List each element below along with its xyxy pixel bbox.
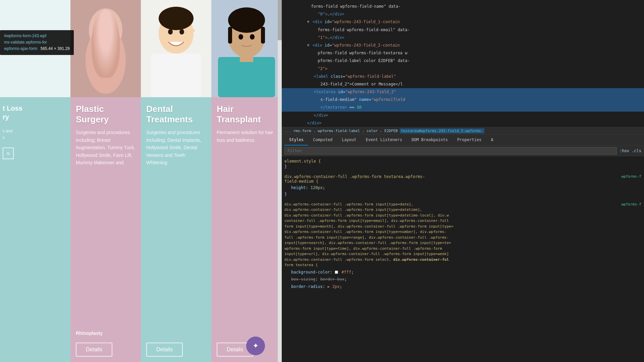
- dom-line-4b: pforms-field wpforms-field-textarea w: [282, 49, 644, 57]
- svg-point-10: [159, 7, 194, 30]
- breadcrumb-bar: ... rms-form . wpforms-field-label . col…: [282, 127, 644, 135]
- filter-bar: :hov .cls: [282, 146, 644, 156]
- plastic-surgery-desc: Surgeries and procedures including; Brea…: [76, 129, 136, 329]
- svg-point-3: [96, 24, 102, 31]
- card-plastic-surgery: PlasticSurgery Surgeries and procedures …: [70, 0, 141, 362]
- dental-desc: Surgeries and procedures including; Dent…: [146, 129, 206, 336]
- partial-details-button[interactable]: ls: [3, 147, 14, 159]
- dental-details-button[interactable]: Details: [146, 343, 183, 357]
- dom-line-6c: </textarea> == $0: [282, 104, 644, 111]
- breadcrumb-selected[interactable]: textarea#wpforms-243-field_2.wpforms-: [400, 128, 484, 133]
- dom-line-1: forms-field wpforms-field-name" data-: [282, 3, 644, 10]
- dom-line-3b: forms-field wpforms-field-email" data-: [282, 26, 644, 34]
- svg-point-21: [238, 34, 243, 40]
- card-plastic-image: [70, 0, 141, 97]
- breadcrumb-ellipsis: ...: [284, 129, 293, 133]
- tab-styles[interactable]: Styles: [284, 135, 308, 145]
- breadcrumb-item-2[interactable]: wpforms-field-label: [318, 129, 360, 133]
- css-selector-element-style: element.style {: [284, 159, 641, 164]
- tooltip-url2: ms-validate.wpforms-for: [4, 40, 47, 45]
- tooltip-size: 565.44 × 391.29: [41, 46, 70, 51]
- devtools-tabs: Styles Computed Layout Event Listeners D…: [282, 135, 644, 146]
- dom-line-5: <label class="wpforms-field-label": [282, 73, 644, 80]
- svg-rect-15: [218, 57, 275, 97]
- css-rules-panel: element.style { } div.wpforms-container-…: [282, 156, 644, 362]
- devtools-panel: forms-field wpforms-field-name" data- "0…: [282, 0, 644, 362]
- dom-line-4: ▼ <div id="wpforms-243-field_2-contain: [282, 42, 644, 49]
- card-hair-image: [211, 0, 282, 97]
- css-close-brace-2: }: [284, 192, 641, 196]
- svg-point-4: [110, 24, 115, 31]
- svg-point-18: [228, 7, 265, 33]
- dom-line-5b: 243-field_2">Comment or Message</l: [282, 80, 644, 88]
- css-prop-bg-color: background-color: #fff;: [284, 269, 641, 276]
- website-panel: #wpforms-form-243.wpf ms-validate.wpform…: [0, 0, 282, 362]
- tooltip-url: #wpforms-form-243.wpf: [4, 34, 46, 38]
- tab-computed[interactable]: Computed: [308, 135, 337, 145]
- tooltip-class: wpforms-ajax-form: [4, 46, 37, 51]
- plastic-surgery-title: PlasticSurgery: [76, 104, 136, 125]
- dom-line-4c: pforms-field-label color E2DFEB" data-: [282, 57, 644, 65]
- bg-color-swatch: [335, 270, 338, 274]
- css-prop-height: height: 120px;: [284, 184, 641, 192]
- scrollbar-thumb[interactable]: [278, 0, 282, 40]
- css-selector-long: div.wpforms-container-full .wpforms-form…: [284, 202, 641, 268]
- card-hair: HairTransplant Permanent solution for ha…: [211, 0, 282, 362]
- dom-line-6[interactable]: <textarea id="wpforms-243-field_2": [282, 88, 644, 96]
- plastic-surgery-details-button[interactable]: Details: [76, 343, 112, 357]
- breadcrumb-item-3[interactable]: color: [367, 129, 378, 133]
- dom-line-3c: "1">…</div>: [282, 34, 644, 42]
- dom-line-8: </div>: [282, 119, 644, 127]
- svg-rect-19: [228, 27, 232, 44]
- breadcrumb-item-4[interactable]: E2DFEB: [384, 129, 398, 133]
- dom-line-3: ▼ <div id="wpforms-243-field_1-contain: [282, 18, 644, 26]
- dom-line-6b: s-field-medium" name="wpforms[field: [282, 96, 644, 104]
- dental-title: DentalTreatments: [146, 104, 206, 125]
- tab-event-listeners[interactable]: Event Listeners: [361, 135, 407, 145]
- svg-rect-8: [151, 54, 201, 97]
- tab-properties[interactable]: Properties: [452, 135, 486, 145]
- svg-rect-5: [70, 0, 141, 97]
- chat-bubble-button[interactable]: [246, 337, 265, 355]
- dom-line-4d: "2">: [282, 65, 644, 73]
- css-prop-box-sizing: box-sizing: border-box;: [284, 276, 641, 283]
- css-selector-textarea: div.wpforms-container-full .wpforms-form…: [284, 174, 425, 184]
- dom-line-2: "0">…</div>: [282, 10, 644, 18]
- hair-desc: Permanent solution for hair loss and bal…: [217, 129, 276, 336]
- svg-point-11: [168, 29, 173, 35]
- page-scrollbar[interactable]: [278, 0, 282, 362]
- tab-accessibility[interactable]: A: [486, 135, 498, 145]
- css-rule-textarea-height: div.wpforms-container-full .wpforms-form…: [284, 174, 641, 196]
- filter-pseudo-options[interactable]: :hov .cls: [620, 148, 641, 153]
- svg-point-22: [250, 34, 255, 40]
- css-rule-element-style: element.style { }: [284, 159, 641, 169]
- svg-rect-20: [261, 27, 265, 44]
- css-rule-long: div.wpforms-container-full .wpforms-form…: [284, 202, 641, 291]
- card-dental: DentalTreatments Surgeries and procedure…: [141, 0, 211, 362]
- css-filter-input[interactable]: [284, 147, 617, 155]
- css-source-textarea: wpforms-f: [621, 174, 641, 184]
- dom-line-7: </div>: [282, 112, 644, 119]
- partial-card-desc: s ands: [0, 128, 70, 141]
- css-prop-border-radius: border-radius: ► 2px;: [284, 283, 641, 291]
- card-dental-image: [141, 0, 211, 97]
- element-tooltip: #wpforms-form-243.wpf ms-validate.wpform…: [0, 30, 74, 55]
- partial-card-title: t Lossry: [0, 97, 70, 128]
- plastic-surgery-extra: Rhinoplasty: [76, 330, 136, 336]
- tab-layout[interactable]: Layout: [337, 135, 361, 145]
- css-close-brace-1: }: [284, 164, 641, 169]
- hair-title: HairTransplant: [217, 104, 276, 125]
- dom-tree: forms-field wpforms-field-name" data- "0…: [282, 0, 644, 127]
- breadcrumb-item-1[interactable]: rms-form: [293, 129, 311, 133]
- svg-point-12: [179, 29, 184, 35]
- tab-dom-breakpoints[interactable]: DOM Breakpoints: [407, 135, 452, 145]
